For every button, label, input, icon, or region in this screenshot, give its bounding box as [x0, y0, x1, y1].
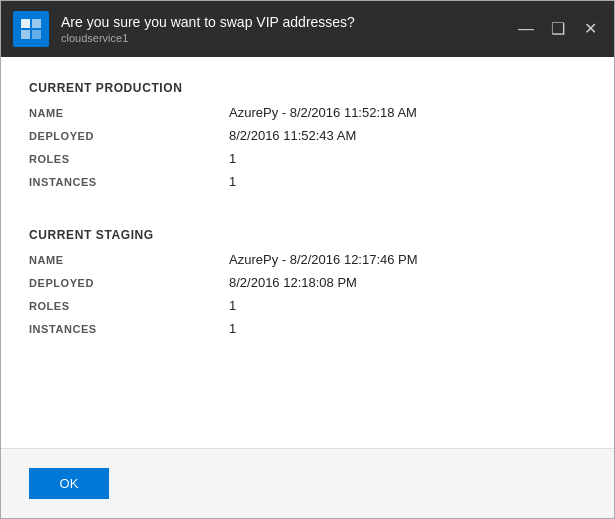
svg-rect-0 — [21, 19, 30, 28]
production-name-value: AzurePy - 8/2/2016 11:52:18 AM — [229, 105, 417, 120]
maximize-button[interactable]: ❑ — [546, 17, 570, 41]
staging-name-label: NAME — [29, 254, 229, 266]
production-name-row: NAME AzurePy - 8/2/2016 11:52:18 AM — [29, 105, 586, 120]
minimize-button[interactable]: — — [514, 17, 538, 41]
title-bar-text: Are you sure you want to swap VIP addres… — [61, 13, 502, 45]
dialog-content: CURRENT PRODUCTION NAME AzurePy - 8/2/20… — [1, 57, 614, 448]
staging-roles-label: ROLES — [29, 300, 229, 312]
section-divider — [29, 209, 586, 210]
production-heading: CURRENT PRODUCTION — [29, 81, 586, 95]
staging-roles-row: ROLES 1 — [29, 298, 586, 313]
production-roles-label: ROLES — [29, 153, 229, 165]
production-instances-label: INSTANCES — [29, 176, 229, 188]
staging-instances-row: INSTANCES 1 — [29, 321, 586, 336]
svg-rect-1 — [32, 19, 41, 28]
staging-section: CURRENT STAGING NAME AzurePy - 8/2/2016 … — [29, 228, 586, 336]
staging-deployed-row: DEPLOYED 8/2/2016 12:18:08 PM — [29, 275, 586, 290]
staging-instances-label: INSTANCES — [29, 323, 229, 335]
svg-rect-3 — [32, 30, 41, 39]
staging-name-row: NAME AzurePy - 8/2/2016 12:17:46 PM — [29, 252, 586, 267]
dialog-footer: OK — [1, 448, 614, 518]
staging-name-value: AzurePy - 8/2/2016 12:17:46 PM — [229, 252, 418, 267]
dialog-title: Are you sure you want to swap VIP addres… — [61, 13, 502, 31]
ok-button[interactable]: OK — [29, 468, 109, 499]
production-deployed-value: 8/2/2016 11:52:43 AM — [229, 128, 356, 143]
dialog-window: Are you sure you want to swap VIP addres… — [0, 0, 615, 519]
staging-deployed-label: DEPLOYED — [29, 277, 229, 289]
production-roles-value: 1 — [229, 151, 236, 166]
production-instances-row: INSTANCES 1 — [29, 174, 586, 189]
app-icon — [13, 11, 49, 47]
production-roles-row: ROLES 1 — [29, 151, 586, 166]
production-name-label: NAME — [29, 107, 229, 119]
staging-deployed-value: 8/2/2016 12:18:08 PM — [229, 275, 357, 290]
staging-roles-value: 1 — [229, 298, 236, 313]
staging-heading: CURRENT STAGING — [29, 228, 586, 242]
production-section: CURRENT PRODUCTION NAME AzurePy - 8/2/20… — [29, 81, 586, 189]
staging-instances-value: 1 — [229, 321, 236, 336]
close-button[interactable]: ✕ — [578, 17, 602, 41]
window-controls: — ❑ ✕ — [514, 17, 602, 41]
production-deployed-row: DEPLOYED 8/2/2016 11:52:43 AM — [29, 128, 586, 143]
dialog-subtitle: cloudservice1 — [61, 31, 502, 45]
production-instances-value: 1 — [229, 174, 236, 189]
title-bar: Are you sure you want to swap VIP addres… — [1, 1, 614, 57]
svg-rect-2 — [21, 30, 30, 39]
production-deployed-label: DEPLOYED — [29, 130, 229, 142]
